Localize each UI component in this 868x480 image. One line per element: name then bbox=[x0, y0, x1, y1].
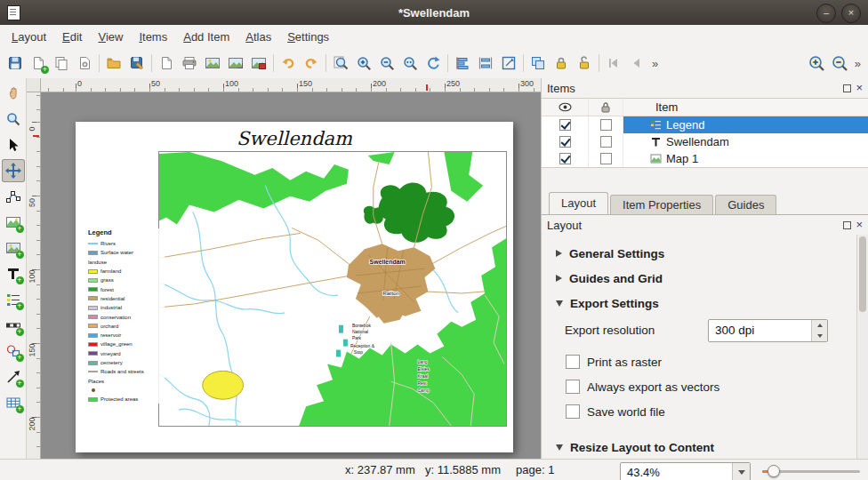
zoom-actual-button[interactable] bbox=[398, 52, 422, 75]
duplicate-layout-button[interactable] bbox=[50, 52, 73, 75]
combo-dropdown-button[interactable] bbox=[732, 463, 750, 480]
menu-atlas[interactable]: Atlas bbox=[237, 27, 279, 47]
export-pdf-button[interactable] bbox=[247, 52, 270, 75]
ruler-label: 300 bbox=[520, 79, 534, 88]
layout-manager-button[interactable] bbox=[73, 52, 96, 75]
section-general-settings[interactable]: General Settings bbox=[542, 242, 856, 265]
print-button[interactable] bbox=[178, 52, 201, 75]
scrollbar-thumb[interactable] bbox=[859, 236, 866, 312]
legend-entry-label: farmland bbox=[100, 268, 121, 274]
toolbar-overflow-button[interactable]: » bbox=[648, 57, 662, 70]
add-legend-tool-button[interactable] bbox=[2, 288, 25, 311]
map-title-label-item[interactable]: Swellendam bbox=[76, 128, 513, 149]
item-row-label[interactable]: Swellendam bbox=[542, 133, 868, 150]
add-shape-tool-button[interactable] bbox=[2, 340, 25, 363]
save-world-file-checkbox[interactable] bbox=[566, 404, 580, 419]
layout-page[interactable]: Swellendam bbox=[76, 122, 513, 452]
tab-guides[interactable]: Guides bbox=[715, 195, 776, 214]
lock-checkbox[interactable] bbox=[600, 119, 612, 131]
move-item-content-tool-button[interactable] bbox=[2, 159, 25, 182]
zoom-out-button[interactable] bbox=[375, 52, 398, 75]
print-as-raster-row[interactable]: Print as raster bbox=[566, 354, 662, 370]
undo-button[interactable] bbox=[277, 52, 300, 75]
close-panel-button[interactable]: × bbox=[856, 84, 863, 92]
panel-scrollbar[interactable] bbox=[856, 235, 868, 459]
align-items-button[interactable] bbox=[451, 52, 474, 75]
legend-entry-label: orchard bbox=[100, 324, 118, 329]
close-button[interactable]: × bbox=[841, 4, 861, 23]
menu-edit[interactable]: Edit bbox=[54, 27, 90, 47]
item-row-legend[interactable]: Legend bbox=[542, 116, 868, 133]
close-panel-button[interactable]: × bbox=[856, 220, 863, 229]
menu-items[interactable]: Items bbox=[131, 27, 175, 47]
select-move-item-tool-button[interactable] bbox=[2, 133, 25, 156]
legend-item[interactable]: Legend Rivers Surface water landuse farm… bbox=[88, 228, 165, 404]
resize-items-button[interactable] bbox=[497, 52, 520, 75]
map-item[interactable]: Swellendam Railton Bontebok National Par… bbox=[158, 151, 507, 427]
refresh-icon bbox=[425, 55, 441, 71]
section-resize-layout[interactable]: Resize Layout to Content bbox=[542, 436, 856, 459]
spin-up-button[interactable] bbox=[812, 320, 827, 331]
layout-canvas[interactable]: Swellendam bbox=[41, 92, 541, 459]
lock-items-button[interactable] bbox=[550, 52, 573, 75]
lock-icon bbox=[600, 101, 611, 113]
always-export-vectors-row[interactable]: Always export as vectors bbox=[566, 379, 719, 395]
group-items-button[interactable] bbox=[526, 52, 550, 75]
export-image-button[interactable] bbox=[201, 52, 224, 75]
add-arrow-tool-button[interactable] bbox=[2, 365, 25, 388]
visibility-checkbox[interactable] bbox=[559, 153, 571, 164]
float-panel-button[interactable] bbox=[843, 84, 851, 92]
atlas-prev-button[interactable] bbox=[625, 52, 648, 75]
nav-overflow-button[interactable]: » bbox=[851, 57, 864, 70]
lock-checkbox[interactable] bbox=[600, 136, 612, 148]
new-layout-button[interactable] bbox=[27, 52, 50, 75]
print-as-raster-checkbox[interactable] bbox=[566, 355, 580, 369]
section-export-settings[interactable]: Export Settings bbox=[542, 292, 856, 315]
lock-checkbox[interactable] bbox=[600, 153, 612, 164]
right-dock: Items × Item Legend bbox=[541, 78, 868, 459]
add-attribute-table-tool-button[interactable] bbox=[2, 391, 25, 414]
edit-nodes-tool-button[interactable] bbox=[2, 185, 25, 208]
add-label-tool-button[interactable] bbox=[2, 262, 25, 285]
zoom-slider-handle[interactable] bbox=[768, 465, 780, 477]
tab-layout[interactable]: Layout bbox=[549, 192, 608, 214]
float-panel-button[interactable] bbox=[843, 221, 851, 229]
add-picture-tool-button[interactable] bbox=[2, 236, 25, 260]
menu-settings[interactable]: Settings bbox=[279, 27, 337, 47]
tab-item-properties[interactable]: Item Properties bbox=[610, 195, 713, 214]
page-setup-button[interactable] bbox=[155, 52, 178, 75]
refresh-button[interactable] bbox=[422, 52, 445, 75]
minimize-button[interactable]: – bbox=[816, 4, 836, 23]
save-template-button[interactable] bbox=[125, 52, 149, 75]
unlock-items-button[interactable] bbox=[573, 52, 596, 75]
save-world-file-row[interactable]: Save world file bbox=[566, 404, 665, 420]
nav-zoom-out-button[interactable] bbox=[828, 52, 851, 75]
menu-view[interactable]: View bbox=[90, 27, 131, 47]
atlas-first-button[interactable] bbox=[602, 52, 625, 75]
prev-arrow-icon bbox=[629, 55, 645, 71]
zoom-level-combobox[interactable]: 43.4% bbox=[620, 462, 751, 480]
zoom-tool-button[interactable] bbox=[2, 108, 25, 131]
export-resolution-spinbox[interactable]: 300 dpi bbox=[708, 319, 828, 342]
pan-tool-button[interactable] bbox=[2, 82, 25, 105]
load-template-button[interactable] bbox=[102, 52, 125, 75]
redo-button[interactable] bbox=[300, 52, 323, 75]
spin-down-button[interactable] bbox=[812, 331, 827, 341]
visibility-checkbox[interactable] bbox=[559, 136, 571, 148]
add-scalebar-tool-button[interactable] bbox=[2, 314, 25, 337]
item-label: Map 1 bbox=[666, 152, 698, 165]
menu-layout[interactable]: Layout bbox=[4, 27, 54, 47]
menu-add-item[interactable]: Add Item bbox=[175, 27, 237, 47]
save-project-button[interactable] bbox=[4, 52, 27, 75]
always-export-vectors-checkbox[interactable] bbox=[566, 380, 580, 394]
nav-zoom-in-button[interactable] bbox=[805, 52, 828, 75]
distribute-items-button[interactable] bbox=[474, 52, 497, 75]
item-row-map[interactable]: Map 1 bbox=[542, 150, 868, 167]
export-svg-button[interactable] bbox=[224, 52, 247, 75]
section-guides-and-grid[interactable]: Guides and Grid bbox=[542, 267, 856, 290]
zoom-slider[interactable] bbox=[762, 470, 860, 473]
visibility-checkbox[interactable] bbox=[559, 119, 571, 131]
add-map-tool-button[interactable] bbox=[2, 211, 25, 234]
zoom-full-button[interactable] bbox=[329, 52, 352, 75]
zoom-in-button[interactable] bbox=[352, 52, 375, 75]
